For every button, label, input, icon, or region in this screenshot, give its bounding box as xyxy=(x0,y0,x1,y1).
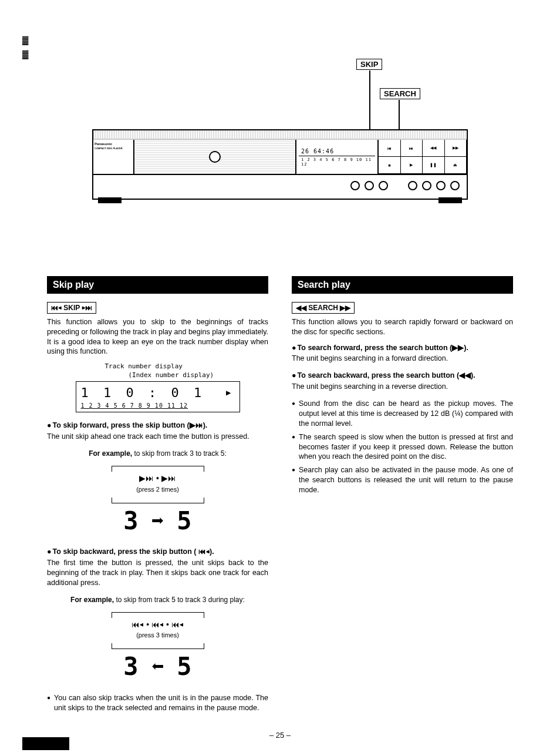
display-main: 26 64:46 xyxy=(299,147,375,156)
to-track: 5 xyxy=(177,505,191,538)
skip-fwd-button[interactable]: ⏭ xyxy=(401,140,423,156)
skip-bwd-icons: ⏮◀ • ⏮◀ • ⏮◀ xyxy=(108,619,208,630)
search-fwd-button[interactable]: ▶▶ xyxy=(445,140,467,156)
example-tail: to skip from track 3 to track 5: xyxy=(132,449,227,458)
display-tracks: 1 2 3 4 5 6 7 8 9 10 11 12 xyxy=(299,157,375,167)
example-tail: to skip from track 5 to track 3 during p… xyxy=(114,596,245,604)
skip-forward-heading: To skip forward, press the skip button (… xyxy=(47,421,268,431)
play-icon: ▶ xyxy=(226,387,234,398)
skip-fwd-icons: ▶⏭ • ▶⏭ xyxy=(108,473,208,484)
press-count: (press 3 times) xyxy=(108,631,208,640)
panel-button[interactable]: ⏏ xyxy=(445,157,467,173)
skip-button-label: ⏮◀ SKIP ▶⏭ xyxy=(47,302,96,314)
skip-backward-flow: ⏮◀ • ⏮◀ • ⏮◀ (press 3 times) 3 ⬅ 5 xyxy=(108,612,208,684)
search-forward-text: The unit begins searching in a forward d… xyxy=(292,354,513,364)
device-subtitle: COMPACT DISC PLAYER xyxy=(95,147,132,150)
search-play-section: Search play ◀◀ SEARCH ▶▶ This function a… xyxy=(292,276,513,717)
callout-search-label: SEARCH xyxy=(380,88,420,99)
callout-line xyxy=(369,70,370,129)
press-count: (press 2 times) xyxy=(108,485,208,494)
arrow-left-icon: ⬅ xyxy=(151,653,164,681)
device-foot xyxy=(98,197,122,203)
device-brand: Panasonic xyxy=(95,142,132,146)
example-lead: For example, xyxy=(70,596,114,604)
callout-skip-label: SKIP xyxy=(356,59,382,70)
skip-backward-text: The first time the button is pressed, th… xyxy=(47,558,268,588)
arrow-right-icon: ➡ xyxy=(151,507,164,536)
example-lead: For example, xyxy=(89,449,132,458)
track-number-label: Track number display xyxy=(105,362,240,371)
skip-play-section: Skip play ⏮◀ SKIP ▶⏭ This function allow… xyxy=(47,276,268,717)
control-knob[interactable] xyxy=(450,181,460,190)
to-track: 3 xyxy=(123,650,138,684)
skip-forward-flow: ▶⏭ • ▶⏭ (press 2 times) 3 ➡ 5 xyxy=(108,466,208,537)
display-readout: 1 1 0 : 0 1 xyxy=(81,384,205,402)
skip-forward-text: The unit skip ahead one track each time … xyxy=(47,432,268,442)
control-knob[interactable] xyxy=(436,181,446,190)
control-knob[interactable] xyxy=(408,181,417,190)
skip-pause-note: You can also skip tracks when the unit i… xyxy=(47,693,268,713)
search-forward-heading: To search forward, press the search butt… xyxy=(292,343,513,353)
search-intro-text: This function allows you to search rapid… xyxy=(292,317,513,337)
decorative-mark xyxy=(22,737,69,750)
search-backward-heading: To search backward, press the search but… xyxy=(292,371,513,381)
search-note: The search speed is slow when the button… xyxy=(292,432,513,462)
search-back-button[interactable]: ◀◀ xyxy=(423,140,445,156)
skip-backward-heading: To skip backward, press the skip button … xyxy=(47,547,268,557)
control-knob[interactable] xyxy=(350,181,360,190)
search-backward-text: The unit begins searching in a reverse d… xyxy=(292,382,513,392)
device-display: 26 64:46 1 2 3 4 5 6 7 8 9 10 11 12 xyxy=(296,140,379,174)
control-knob[interactable] xyxy=(379,181,388,190)
decorative-mark: ▓ xyxy=(22,35,28,45)
skip-back-button[interactable]: ⏮ xyxy=(379,140,401,156)
disc-icon xyxy=(209,151,221,163)
device-button-cluster: ⏮ ⏭ ◀◀ ▶▶ ■ ▶ ❚❚ ⏏ xyxy=(379,140,467,174)
device-foot xyxy=(438,197,462,203)
index-number-label: (Index number display) xyxy=(105,371,240,380)
panel-button[interactable]: ▶ xyxy=(401,157,423,173)
device-illustration: SKIP SEARCH Panasonic COMPACT DISC PLAYE… xyxy=(45,59,515,200)
control-knob[interactable] xyxy=(365,181,374,190)
track-display-diagram: Track number display (Index number displ… xyxy=(76,362,240,412)
panel-button[interactable]: ■ xyxy=(379,157,401,173)
cd-player-front-panel: Panasonic COMPACT DISC PLAYER 26 64:46 1… xyxy=(92,129,468,200)
skip-intro-text: This function allows you to skip to the … xyxy=(47,317,268,357)
page-number: – 25 – xyxy=(0,731,560,740)
control-knob[interactable] xyxy=(422,181,431,190)
search-button-label: ◀◀ SEARCH ▶▶ xyxy=(292,302,355,314)
search-play-heading: Search play xyxy=(292,276,513,294)
decorative-mark: ▓ xyxy=(22,49,28,59)
panel-button[interactable]: ❚❚ xyxy=(423,157,445,173)
display-track-list: 1 2 3 4 5 6 7 8 9 10 11 12 xyxy=(81,402,235,410)
search-note: Search play can also be activated in the… xyxy=(292,465,513,495)
skip-play-heading: Skip play xyxy=(47,276,268,294)
search-notes-list: Sound from the disc can be heard as the … xyxy=(292,399,513,495)
from-track: 5 xyxy=(177,650,191,684)
search-note: Sound from the disc can be heard as the … xyxy=(292,399,513,429)
from-track: 3 xyxy=(123,505,138,538)
